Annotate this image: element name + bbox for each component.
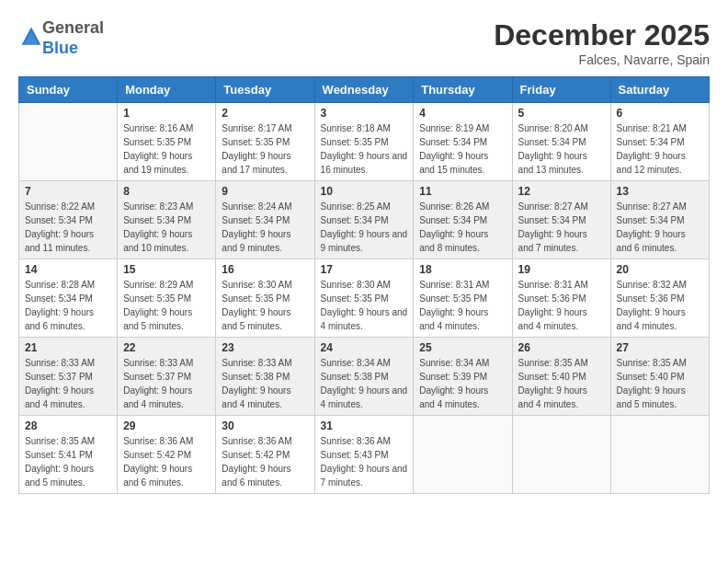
logo-icon (20, 26, 42, 48)
day-info: Sunrise: 8:21 AMSunset: 5:34 PMDaylight:… (617, 121, 703, 177)
day-number: 15 (123, 263, 210, 276)
table-row: 2Sunrise: 8:17 AMSunset: 5:35 PMDaylight… (216, 103, 314, 181)
table-row (610, 416, 709, 494)
day-number: 1 (123, 107, 210, 120)
day-info: Sunrise: 8:31 AMSunset: 5:36 PMDaylight:… (518, 278, 605, 333)
day-number: 28 (25, 419, 111, 432)
day-number: 27 (617, 341, 703, 354)
table-row: 20Sunrise: 8:32 AMSunset: 5:36 PMDayligh… (610, 259, 709, 338)
col-sunday: Sunday (19, 77, 118, 103)
table-row: 4Sunrise: 8:19 AMSunset: 5:34 PMDaylight… (414, 103, 512, 181)
table-row: 24Sunrise: 8:34 AMSunset: 5:38 PMDayligh… (314, 338, 414, 416)
day-info: Sunrise: 8:34 AMSunset: 5:38 PMDaylight:… (321, 356, 408, 411)
table-row: 25Sunrise: 8:34 AMSunset: 5:39 PMDayligh… (414, 338, 512, 416)
day-info: Sunrise: 8:27 AMSunset: 5:34 PMDaylight:… (617, 200, 703, 255)
day-info: Sunrise: 8:36 AMSunset: 5:43 PMDaylight:… (321, 434, 408, 489)
calendar-week-row: 7Sunrise: 8:22 AMSunset: 5:34 PMDaylight… (19, 181, 710, 259)
table-row: 16Sunrise: 8:30 AMSunset: 5:35 PMDayligh… (216, 259, 314, 338)
calendar-table: Sunday Monday Tuesday Wednesday Thursday… (18, 76, 710, 494)
day-info: Sunrise: 8:33 AMSunset: 5:37 PMDaylight:… (123, 356, 210, 411)
day-number: 18 (419, 263, 506, 276)
table-row: 10Sunrise: 8:25 AMSunset: 5:34 PMDayligh… (314, 181, 414, 259)
col-monday: Monday (118, 77, 216, 103)
table-row: 18Sunrise: 8:31 AMSunset: 5:35 PMDayligh… (414, 259, 512, 338)
logo: General Blue (18, 18, 104, 58)
table-row: 31Sunrise: 8:36 AMSunset: 5:43 PMDayligh… (314, 416, 414, 494)
table-row: 26Sunrise: 8:35 AMSunset: 5:40 PMDayligh… (512, 338, 610, 416)
day-info: Sunrise: 8:34 AMSunset: 5:39 PMDaylight:… (419, 356, 506, 411)
day-info: Sunrise: 8:35 AMSunset: 5:40 PMDaylight:… (617, 356, 703, 411)
day-number: 16 (222, 263, 308, 276)
day-number: 26 (518, 341, 605, 354)
table-row: 14Sunrise: 8:28 AMSunset: 5:34 PMDayligh… (19, 259, 118, 338)
day-number: 7 (25, 185, 111, 198)
day-number: 11 (419, 185, 506, 198)
day-number: 3 (321, 107, 408, 120)
title-block: December 2025 Falces, Navarre, Spain (494, 18, 710, 67)
day-info: Sunrise: 8:16 AMSunset: 5:35 PMDaylight:… (123, 121, 210, 177)
day-number: 17 (321, 263, 408, 276)
day-info: Sunrise: 8:35 AMSunset: 5:40 PMDaylight:… (518, 356, 605, 411)
day-info: Sunrise: 8:31 AMSunset: 5:35 PMDaylight:… (419, 278, 506, 333)
day-info: Sunrise: 8:22 AMSunset: 5:34 PMDaylight:… (25, 200, 111, 255)
day-info: Sunrise: 8:19 AMSunset: 5:34 PMDaylight:… (419, 121, 506, 177)
table-row: 12Sunrise: 8:27 AMSunset: 5:34 PMDayligh… (512, 181, 610, 259)
table-row: 5Sunrise: 8:20 AMSunset: 5:34 PMDaylight… (512, 103, 610, 181)
month-title: December 2025 (494, 18, 710, 52)
day-info: Sunrise: 8:36 AMSunset: 5:42 PMDaylight:… (123, 434, 210, 489)
table-row: 11Sunrise: 8:26 AMSunset: 5:34 PMDayligh… (414, 181, 512, 259)
day-number: 4 (419, 107, 506, 120)
day-info: Sunrise: 8:20 AMSunset: 5:34 PMDaylight:… (518, 121, 605, 177)
day-number: 14 (25, 263, 111, 276)
day-number: 10 (321, 185, 408, 198)
day-number: 6 (617, 107, 703, 120)
day-number: 22 (123, 341, 210, 354)
day-number: 9 (222, 185, 308, 198)
calendar-week-row: 1Sunrise: 8:16 AMSunset: 5:35 PMDaylight… (19, 103, 710, 181)
col-wednesday: Wednesday (314, 77, 414, 103)
table-row: 6Sunrise: 8:21 AMSunset: 5:34 PMDaylight… (610, 103, 709, 181)
day-info: Sunrise: 8:35 AMSunset: 5:41 PMDaylight:… (25, 434, 111, 489)
table-row: 3Sunrise: 8:18 AMSunset: 5:35 PMDaylight… (314, 103, 414, 181)
table-row: 23Sunrise: 8:33 AMSunset: 5:38 PMDayligh… (216, 338, 314, 416)
day-info: Sunrise: 8:24 AMSunset: 5:34 PMDaylight:… (222, 200, 308, 255)
table-row (414, 416, 512, 494)
calendar-week-row: 28Sunrise: 8:35 AMSunset: 5:41 PMDayligh… (19, 416, 710, 494)
table-row: 27Sunrise: 8:35 AMSunset: 5:40 PMDayligh… (610, 338, 709, 416)
table-row: 28Sunrise: 8:35 AMSunset: 5:41 PMDayligh… (19, 416, 118, 494)
day-number: 19 (518, 263, 605, 276)
day-number: 13 (617, 185, 703, 198)
table-row (19, 103, 118, 181)
calendar-week-row: 21Sunrise: 8:33 AMSunset: 5:37 PMDayligh… (19, 338, 710, 416)
day-number: 8 (123, 185, 210, 198)
table-row: 30Sunrise: 8:36 AMSunset: 5:42 PMDayligh… (216, 416, 314, 494)
day-number: 12 (518, 185, 605, 198)
day-number: 20 (617, 263, 703, 276)
table-row: 22Sunrise: 8:33 AMSunset: 5:37 PMDayligh… (118, 338, 216, 416)
table-row (512, 416, 610, 494)
table-row: 8Sunrise: 8:23 AMSunset: 5:34 PMDaylight… (118, 181, 216, 259)
logo-text: General Blue (42, 18, 104, 58)
day-info: Sunrise: 8:36 AMSunset: 5:42 PMDaylight:… (222, 434, 308, 489)
table-row: 9Sunrise: 8:24 AMSunset: 5:34 PMDaylight… (216, 181, 314, 259)
day-info: Sunrise: 8:30 AMSunset: 5:35 PMDaylight:… (222, 278, 308, 333)
day-number: 21 (25, 341, 111, 354)
day-info: Sunrise: 8:33 AMSunset: 5:38 PMDaylight:… (222, 356, 308, 411)
table-row: 21Sunrise: 8:33 AMSunset: 5:37 PMDayligh… (19, 338, 118, 416)
day-number: 30 (222, 419, 308, 432)
day-info: Sunrise: 8:26 AMSunset: 5:34 PMDaylight:… (419, 200, 506, 255)
table-row: 1Sunrise: 8:16 AMSunset: 5:35 PMDaylight… (118, 103, 216, 181)
location: Falces, Navarre, Spain (494, 52, 710, 67)
table-row: 29Sunrise: 8:36 AMSunset: 5:42 PMDayligh… (118, 416, 216, 494)
day-number: 31 (321, 419, 408, 432)
day-info: Sunrise: 8:23 AMSunset: 5:34 PMDaylight:… (123, 200, 210, 255)
day-info: Sunrise: 8:33 AMSunset: 5:37 PMDaylight:… (25, 356, 111, 411)
table-row: 17Sunrise: 8:30 AMSunset: 5:35 PMDayligh… (314, 259, 414, 338)
day-info: Sunrise: 8:32 AMSunset: 5:36 PMDaylight:… (617, 278, 703, 333)
calendar-header-row: Sunday Monday Tuesday Wednesday Thursday… (19, 77, 710, 103)
day-info: Sunrise: 8:29 AMSunset: 5:35 PMDaylight:… (123, 278, 210, 333)
day-info: Sunrise: 8:28 AMSunset: 5:34 PMDaylight:… (25, 278, 111, 333)
col-friday: Friday (512, 77, 610, 103)
day-number: 25 (419, 341, 506, 354)
day-number: 29 (123, 419, 210, 432)
